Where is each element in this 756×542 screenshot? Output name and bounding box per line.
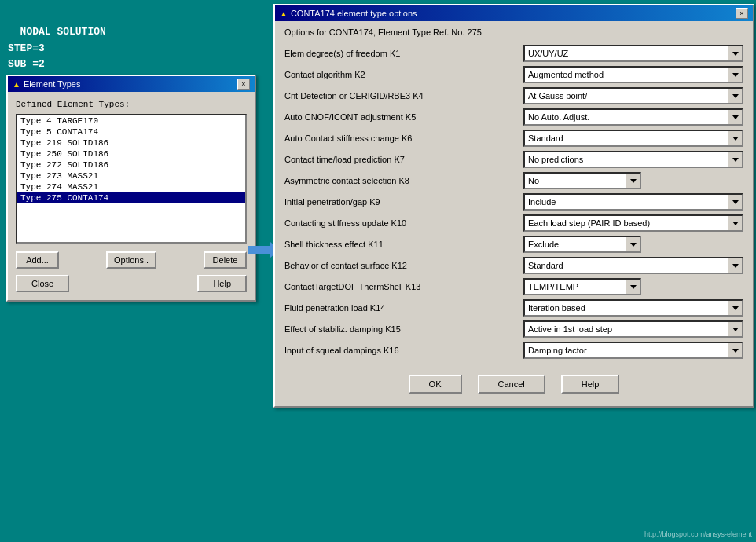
option-label-5: Contact time/load prediction K7 — [284, 155, 517, 164]
add-button[interactable]: Add... — [16, 251, 59, 269]
watermark: http://blogspot.com/ansys-element — [644, 530, 752, 538]
chevron-down-icon — [732, 52, 739, 56]
option-dropdown-text-0: UX/UY/UZ — [525, 49, 728, 58]
chevron-down-icon — [630, 179, 637, 183]
chevron-down-icon — [732, 200, 739, 204]
conta-title: CONTA174 element type options — [291, 9, 417, 18]
chevron-down-icon — [732, 328, 739, 331]
option-dropdown-3[interactable]: No Auto. Adjust. — [523, 108, 743, 126]
dropdown-arrow-btn-7[interactable] — [728, 195, 742, 209]
element-list-label: Defined Element Types: — [16, 100, 247, 109]
option-label-6: Asymmetric contact selection K8 — [284, 176, 517, 185]
element-list-item[interactable]: Type 273 MASS21 — [17, 170, 245, 181]
option-label-3: Auto CNOF/ICONT adjustment K5 — [284, 112, 517, 122]
element-list-item[interactable]: Type 275 CONTA174 — [17, 192, 245, 203]
option-dropdown-13[interactable]: Active in 1st load step — [523, 320, 743, 338]
options-button[interactable]: Options.. — [106, 251, 156, 269]
conta-subtitle: Options for CONTA174, Element Type Ref. … — [284, 27, 743, 37]
options-grid: Elem degree(s) of freedom K1UX/UY/UZCont… — [284, 45, 743, 359]
dropdown-arrow-btn-4[interactable] — [728, 131, 742, 145]
element-list-item[interactable]: Type 219 SOLID186 — [17, 137, 245, 148]
option-dropdown-text-4: Standard — [525, 134, 728, 143]
conta-ansys-logo: ▲ — [280, 9, 288, 18]
option-label-10: Behavior of contact surface K12 — [284, 261, 517, 270]
option-dropdown-4[interactable]: Standard — [523, 130, 743, 147]
dropdown-arrow-btn-1[interactable] — [728, 68, 742, 82]
help-button[interactable]: Help — [197, 275, 247, 292]
element-list-item[interactable]: Type 272 SOLID186 — [17, 159, 245, 170]
conta-content: Options for CONTA174, Element Type Ref. … — [275, 21, 753, 406]
conta-titlebar: ▲ CONTA174 element type options × — [275, 5, 753, 21]
option-label-7: Initial penetration/gap K9 — [284, 197, 517, 207]
dropdown-arrow-btn-2[interactable] — [728, 89, 742, 103]
option-dropdown-7[interactable]: Include — [523, 193, 743, 211]
option-label-12: Fluid penetration load K14 — [284, 303, 517, 313]
option-dropdown-14[interactable]: Damping factor — [523, 342, 743, 359]
option-label-14: Input of squeal dampings K16 — [284, 346, 517, 355]
option-dropdown-text-9: Exclude — [525, 240, 626, 249]
chevron-down-icon — [732, 73, 739, 77]
chevron-down-icon — [732, 115, 739, 119]
cancel-button[interactable]: Cancel — [478, 375, 545, 394]
conta-window: ▲ CONTA174 element type options × Option… — [273, 4, 754, 408]
element-types-bottom-buttons: Close Help — [16, 275, 247, 292]
element-types-action-buttons: Add... Options.. Delete — [16, 251, 247, 269]
option-dropdown-5[interactable]: No predictions — [523, 151, 743, 168]
chevron-down-icon — [732, 137, 739, 141]
element-list-item[interactable]: Type 5 CONTA174 — [17, 126, 245, 137]
dropdown-arrow-btn-0[interactable] — [728, 46, 742, 60]
chevron-down-icon — [732, 306, 739, 310]
option-dropdown-8[interactable]: Each load step (PAIR ID based) — [523, 214, 743, 232]
option-dropdown-text-14: Damping factor — [525, 346, 728, 355]
chevron-down-icon — [732, 222, 739, 225]
option-dropdown-9[interactable]: Exclude — [523, 236, 641, 253]
dropdown-arrow-btn-6[interactable] — [626, 174, 640, 188]
element-list-item[interactable]: Type 274 MASS21 — [17, 181, 245, 192]
ok-button[interactable]: OK — [409, 375, 462, 394]
option-label-9: Shell thickness effect K11 — [284, 240, 517, 249]
close-button[interactable]: Close — [16, 275, 69, 292]
conta-titlebar-left: ▲ CONTA174 element type options — [280, 9, 417, 18]
delete-button[interactable]: Delete — [204, 251, 247, 269]
dropdown-arrow-btn-12[interactable] — [728, 301, 742, 315]
option-dropdown-text-5: No predictions — [525, 155, 728, 164]
option-dropdown-1[interactable]: Augmented method — [523, 66, 743, 83]
option-dropdown-text-1: Augmented method — [525, 70, 728, 79]
dropdown-arrow-btn-5[interactable] — [728, 152, 742, 167]
dropdown-arrow-btn-9[interactable] — [626, 237, 640, 251]
dropdown-arrow-btn-11[interactable] — [626, 280, 640, 294]
option-dropdown-text-6: No — [525, 176, 626, 185]
titlebar-left: ▲ Element Types — [13, 79, 80, 89]
option-dropdown-12[interactable]: Iteration based — [523, 299, 743, 317]
option-dropdown-10[interactable]: Standard — [523, 257, 743, 274]
dropdown-arrow-btn-14[interactable] — [728, 343, 742, 357]
option-label-13: Effect of stabiliz. damping K15 — [284, 324, 517, 334]
element-list-item[interactable]: Type 4 TARGE170 — [17, 115, 245, 126]
element-types-title: Element Types — [24, 79, 81, 89]
conta-close-btn[interactable]: × — [736, 8, 748, 19]
option-dropdown-2[interactable]: At Gauss point/- — [523, 87, 743, 104]
option-label-11: ContactTargetDOF ThermShell K13 — [284, 282, 517, 291]
option-dropdown-11[interactable]: TEMP/TEMP — [523, 278, 641, 295]
option-dropdown-text-7: Include — [525, 197, 728, 207]
option-label-2: Cnt Detection or CERIGID/RBE3 K4 — [284, 91, 517, 101]
dropdown-arrow-btn-10[interactable] — [728, 258, 742, 273]
element-types-close-btn[interactable]: × — [237, 79, 250, 90]
option-dropdown-6[interactable]: No — [523, 172, 641, 189]
background-text: NODAL SOLUTION STEP=3 SUB =2 — [8, 8, 106, 73]
option-dropdown-text-13: Active in 1st load step — [525, 324, 728, 334]
element-list-item[interactable]: Type 250 SOLID186 — [17, 148, 245, 159]
element-list[interactable]: Type 4 TARGE170Type 5 CONTA174Type 219 S… — [16, 114, 247, 244]
help-button-conta[interactable]: Help — [561, 375, 620, 394]
option-dropdown-text-11: TEMP/TEMP — [525, 282, 626, 291]
conta-bottom-buttons: OK Cancel Help — [284, 368, 743, 400]
dropdown-arrow-btn-8[interactable] — [728, 216, 742, 230]
dropdown-arrow-btn-13[interactable] — [728, 322, 742, 336]
element-types-titlebar: ▲ Element Types × — [8, 76, 255, 92]
option-dropdown-text-10: Standard — [525, 261, 728, 270]
option-label-4: Auto Contact stiffness change K6 — [284, 134, 517, 143]
option-dropdown-0[interactable]: UX/UY/UZ — [523, 45, 743, 62]
chevron-down-icon — [732, 158, 739, 162]
chevron-down-icon — [630, 285, 637, 289]
dropdown-arrow-btn-3[interactable] — [728, 110, 742, 124]
